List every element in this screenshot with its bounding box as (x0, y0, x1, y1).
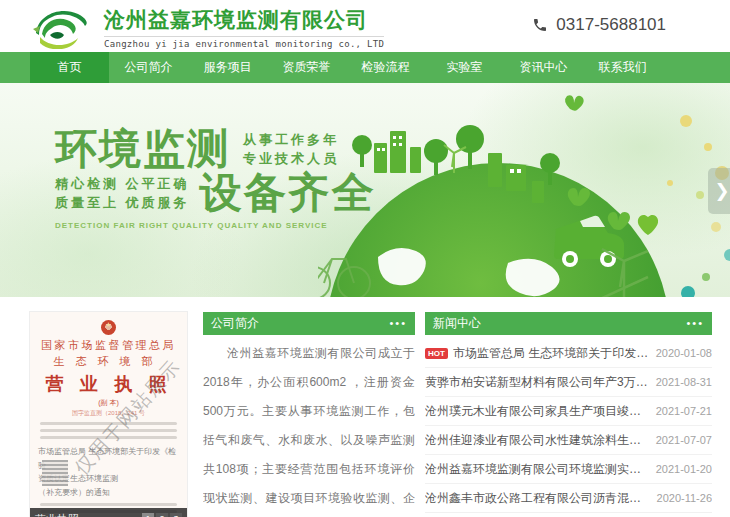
license-authority-1: 国家市场监督管理总局 (30, 338, 187, 353)
news-list: HOT 市场监管总局 生态环境部关于印发《检验... 2020-01-08 黄骅… (425, 339, 712, 513)
news-more-icon[interactable]: ••• (686, 318, 704, 329)
phone-icon (532, 17, 548, 33)
header-phone: 0317-5688101 (532, 15, 666, 35)
license-page-3[interactable]: 3 (170, 513, 182, 517)
news-item[interactable]: 沧州佳迎漆业有限公司水性建筑涂料生产线技术... 2021-07-07 (425, 426, 712, 455)
slogan-small-1a: 从事工作多年 (243, 130, 339, 150)
nav-item-process[interactable]: 检验流程 (346, 52, 425, 83)
slogan-small-2a: 精心检测 公平正确 (55, 174, 190, 194)
about-text: 沧州益嘉环境监测有限公司成立于2018年，办公面积600m2 ，注册资金500万… (203, 339, 415, 517)
chevron-right-icon: ❯ (714, 180, 729, 202)
carousel-next-button[interactable]: ❯ (708, 168, 730, 214)
site-header: 沧州益嘉环境监测有限公司 Cangzhou yi jia environment… (0, 0, 730, 52)
main-nav: 首页 公司简介 服务项目 资质荣誉 检验流程 实验室 资讯中心 联系我们 (0, 52, 730, 83)
about-section-header: 公司简介 ••• (203, 312, 415, 335)
about-more-icon[interactable]: ••• (389, 318, 407, 329)
news-item[interactable]: 沧州璞元木业有限公司家具生产项目竣工环境保... 2021-07-21 (425, 397, 712, 426)
license-pagination: 1 2 3 (142, 513, 182, 517)
license-caption-bar: 营业执照 1 2 3 (30, 508, 187, 517)
nav-item-contact[interactable]: 联系我们 (583, 52, 662, 83)
news-item[interactable]: 黄骅市柏安诺新型材料有限公司年产3万吨砂浆... 2021-08-31 (425, 368, 712, 397)
license-title: 营 业 执 照 (30, 372, 187, 396)
news-item[interactable]: 沧州益嘉环境监测有限公司环境监测实验室建设... 2021-01-20 (425, 455, 712, 484)
brand-block: 沧州益嘉环境监测有限公司 Cangzhou yi jia environment… (104, 6, 384, 49)
business-license-image: 国家市场监督管理总局 生态环境部 营 业 执 照 (副 本) 国字监直测（201… (30, 312, 187, 517)
license-blur-line (40, 422, 177, 425)
license-blur-line (40, 436, 177, 439)
slogan-english: DETECTION FAIR RIGHT QUALITY QUALITY AND… (55, 221, 376, 230)
slogan-big-2: 设备齐全 (200, 171, 376, 215)
slogan-small-2b: 质量至上 优质服务 (55, 193, 190, 213)
news-item[interactable]: 沧州鑫丰市政公路工程有限公司沥青混凝土生产... 2020-11-26 (425, 484, 712, 513)
license-page-1[interactable]: 1 (142, 513, 154, 517)
news-item[interactable]: HOT 市场监管总局 生态环境部关于印发《检验... 2020-01-08 (425, 339, 712, 368)
nav-item-news[interactable]: 资讯中心 (504, 52, 583, 83)
nav-item-home[interactable]: 首页 (30, 52, 109, 83)
license-blur-line (40, 429, 177, 432)
license-doc-no: 国字监直测（2018）241 号 (30, 409, 187, 418)
nav-item-services[interactable]: 服务项目 (188, 52, 267, 83)
nav-item-lab[interactable]: 实验室 (425, 52, 504, 83)
about-section: 公司简介 ••• 沧州益嘉环境监测有限公司成立于2018年，办公面积600m2 … (203, 312, 415, 517)
banner-slogan: 环境监测 从事工作多年 专业技术人员 精心检测 公平正确 质量至上 优质服务 设… (55, 127, 376, 230)
license-page-2[interactable]: 2 (156, 513, 168, 517)
hot-badge: HOT (425, 348, 448, 359)
globe-illustration (318, 87, 730, 297)
license-blur-line (40, 503, 177, 506)
license-caption-label: 营业执照 (35, 512, 79, 517)
company-name-en: Cangzhou yi jia environmental monitoring… (104, 36, 384, 49)
news-section-header: 新闻中心 ••• (425, 312, 712, 335)
about-title: 公司简介 (211, 315, 259, 332)
license-authority-2: 生态环境部 (30, 354, 187, 369)
news-section: 新闻中心 ••• HOT 市场监管总局 生态环境部关于印发《检验... 2020… (425, 312, 712, 517)
nav-item-honors[interactable]: 资质荣誉 (267, 52, 346, 83)
phone-number: 0317-5688101 (556, 15, 666, 35)
license-qr-code (42, 460, 68, 486)
license-image-card[interactable]: 国家市场监督管理总局 生态环境部 营 业 执 照 (副 本) 国字监直测（201… (30, 312, 187, 517)
company-name: 沧州益嘉环境监测有限公司 (104, 6, 384, 34)
hero-banner: 环境监测 从事工作多年 专业技术人员 精心检测 公平正确 质量至上 优质服务 设… (0, 83, 730, 297)
national-emblem-icon (101, 320, 116, 335)
news-title: 新闻中心 (433, 315, 481, 332)
page: 沧州益嘉环境监测有限公司 Cangzhou yi jia environment… (0, 0, 730, 517)
nav-item-about[interactable]: 公司简介 (109, 52, 188, 83)
slogan-small-1b: 专业技术人员 (243, 149, 339, 169)
company-logo-icon (28, 5, 94, 49)
license-subtitle: (副 本) (30, 398, 187, 408)
slogan-big-1: 环境监测 (55, 127, 231, 171)
